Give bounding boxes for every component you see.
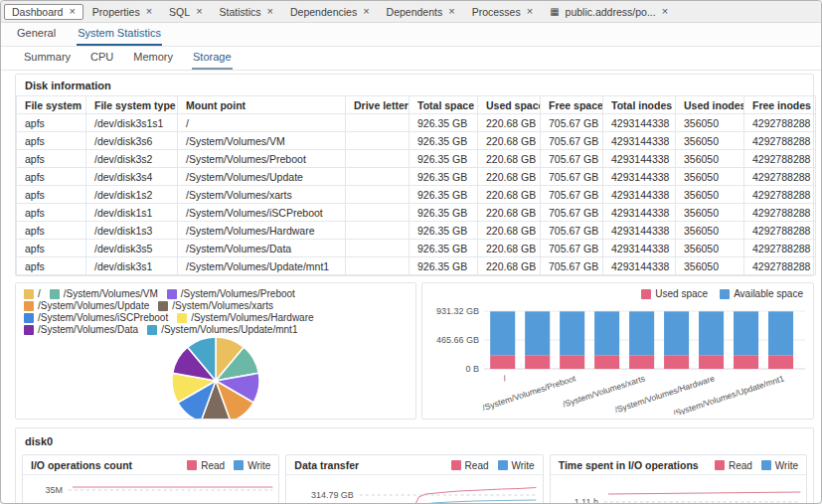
bar-used-space[interactable]	[594, 355, 619, 369]
close-icon[interactable]: ×	[196, 6, 202, 17]
table-cell: 356050	[676, 132, 744, 150]
legend-label: /System/Volumes/Preboot	[181, 288, 295, 299]
table-cell: /System/Volumes/Hardware	[178, 222, 346, 240]
bar-available-space[interactable]	[490, 311, 515, 355]
y-axis-tick-label: 1.11 h	[574, 497, 597, 504]
table-cell: 4292788288	[744, 150, 816, 168]
bar-available-space[interactable]	[525, 311, 550, 355]
table-header-row: File systemFile system typeMount pointDr…	[17, 96, 816, 114]
legend-swatch	[24, 301, 34, 311]
legend-swatch	[177, 313, 187, 323]
bar-available-space[interactable]	[699, 311, 724, 355]
tab-memory[interactable]: Memory	[132, 48, 174, 70]
legend-swatch	[498, 460, 508, 470]
table-cell: apfs	[17, 204, 86, 222]
table-cell: 4293144338	[603, 150, 676, 168]
legend-swatch	[158, 301, 168, 311]
legend-item: /System/Volumes/iSCPreboot	[24, 312, 168, 323]
tab-label: public.address/po...	[566, 6, 656, 18]
tab-system-statistics[interactable]: System Statistics	[77, 24, 162, 46]
table-row: apfs/dev/disk1s3/System/Volumes/Hardware…	[17, 222, 816, 240]
data-transfer-chart: 314.79 GB	[286, 475, 542, 504]
legend-item: /System/Volumes/VM	[50, 288, 158, 299]
legend-item: Used space	[641, 288, 708, 299]
tab-dependencies[interactable]: Dependencies×	[282, 4, 378, 20]
table-row: apfs/dev/disk3s4/System/Volumes/Update92…	[17, 168, 816, 186]
tab-dependents[interactable]: Dependents×	[379, 4, 463, 20]
bar-available-space[interactable]	[664, 311, 689, 355]
table-cell: 220.68 GB	[478, 132, 541, 150]
bar-used-space[interactable]	[490, 355, 515, 369]
bar-used-space[interactable]	[629, 355, 654, 369]
table-cell: /	[178, 114, 346, 132]
tab-statistics[interactable]: Statistics×	[212, 4, 281, 20]
tab-cpu[interactable]: CPU	[89, 48, 114, 70]
disk-usage-pie-panel: //System/Volumes/VM/System/Volumes/Prebo…	[15, 282, 416, 420]
bar-used-space[interactable]	[768, 355, 793, 369]
tab-storage[interactable]: Storage	[192, 48, 233, 70]
legend-label: Used space	[655, 288, 708, 299]
table-cell: 705.67 GB	[541, 114, 603, 132]
column-header-used-space: Used space	[478, 96, 541, 114]
tab-public-address-po[interactable]: ▦public.address/po...×	[542, 4, 676, 20]
tab-sql[interactable]: SQL×	[161, 4, 210, 20]
table-cell: 220.68 GB	[478, 114, 541, 132]
legend-label: Available space	[734, 288, 803, 299]
bar-available-space[interactable]	[594, 311, 619, 355]
panel-header: Data transferReadWrite	[286, 455, 542, 475]
close-icon[interactable]: ×	[267, 6, 273, 17]
bar-used-space[interactable]	[525, 355, 550, 369]
legend-item: /System/Volumes/Preboot	[167, 288, 295, 299]
bar-available-space[interactable]	[734, 311, 758, 355]
close-icon[interactable]: ×	[527, 6, 533, 17]
table-cell: 705.67 GB	[541, 240, 603, 257]
legend-swatch	[147, 325, 157, 335]
close-icon[interactable]: ×	[662, 6, 668, 17]
close-icon[interactable]: ×	[146, 6, 152, 17]
system-statistics-tab-bar: SummaryCPUMemoryStorage	[1, 47, 821, 71]
tab-summary[interactable]: Summary	[23, 48, 72, 70]
disk-information-section: Disk information File systemFile system …	[15, 74, 814, 276]
table-cell: 220.68 GB	[478, 257, 541, 275]
table-cell: apfs	[17, 132, 86, 150]
bar-available-space[interactable]	[768, 311, 793, 355]
time-spent-in-i-o-operations-panel: Time spent in I/O operationsReadWrite1.1…	[550, 454, 807, 504]
dashboard-tab-bar: GeneralSystem Statistics	[1, 23, 821, 47]
tab-label: Processes	[472, 6, 521, 18]
tab-properties[interactable]: Properties×	[84, 4, 160, 20]
table-row: apfs/dev/disk3s5/System/Volumes/Data926.…	[17, 240, 816, 257]
bar-used-space[interactable]	[734, 355, 758, 369]
table-cell: 4293144338	[603, 186, 676, 204]
table-cell: /System/Volumes/xarts	[178, 186, 346, 204]
tab-general[interactable]: General	[16, 24, 57, 46]
bar-used-space[interactable]	[699, 355, 724, 369]
close-icon[interactable]: ×	[448, 6, 454, 17]
disk-information-table: File systemFile system typeMount pointDr…	[16, 95, 816, 275]
table-cell: 926.35 GB	[410, 186, 478, 204]
table-cell: 705.67 GB	[541, 222, 603, 240]
bar-used-space[interactable]	[664, 355, 689, 369]
table-cell: 705.67 GB	[541, 132, 603, 150]
y-axis-tick-label: 314.79 GB	[311, 490, 354, 500]
disk0-section: disk0 I/O operations countReadWrite35M30…	[15, 427, 814, 504]
column-header-drive-letter: Drive letter	[346, 96, 410, 114]
table-cell: 4292788288	[744, 204, 816, 222]
bar-available-space[interactable]	[629, 311, 654, 355]
data-transfer-panel: Data transferReadWrite314.79 GB	[285, 454, 543, 504]
table-cell: 4293144338	[603, 240, 676, 257]
close-icon[interactable]: ×	[69, 6, 75, 17]
bar-available-space[interactable]	[560, 311, 584, 355]
table-cell: 4292788288	[744, 168, 816, 186]
bar-used-space[interactable]	[560, 355, 584, 369]
close-icon[interactable]: ×	[363, 6, 369, 17]
table-cell	[346, 204, 410, 222]
legend-label: /System/Volumes/Data	[38, 324, 138, 335]
legend-swatch	[24, 313, 34, 323]
tab-label: Properties	[92, 6, 140, 18]
tab-dashboard[interactable]: Dashboard×	[4, 4, 83, 20]
column-header-mount-point: Mount point	[178, 96, 346, 114]
legend-item: Write	[498, 460, 535, 471]
table-cell: 926.35 GB	[410, 132, 478, 150]
tab-processes[interactable]: Processes×	[464, 4, 541, 20]
panel-header: I/O operations countReadWrite	[23, 455, 278, 475]
